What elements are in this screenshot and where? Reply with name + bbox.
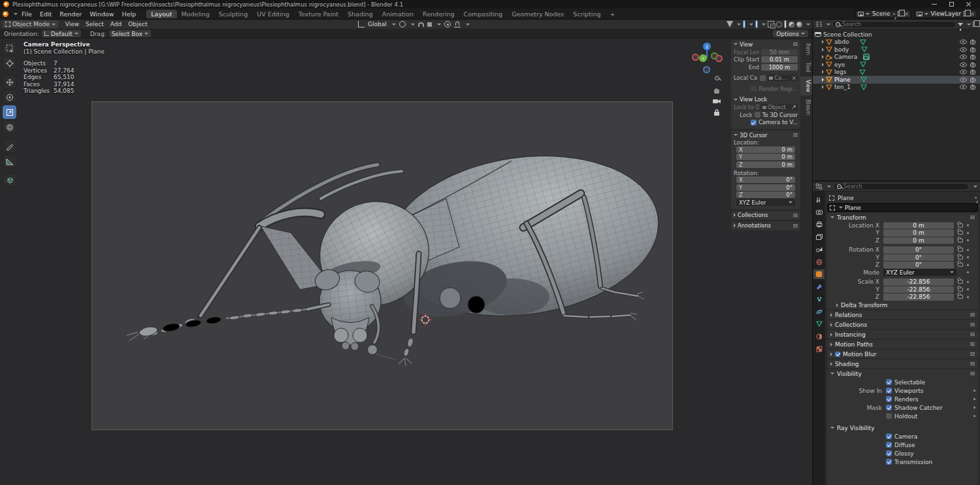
tool-measure[interactable] xyxy=(3,154,16,168)
properties-search[interactable] xyxy=(834,183,969,190)
new-collection-icon[interactable] xyxy=(973,22,977,27)
disable-render-icon[interactable] xyxy=(970,54,977,59)
row-camera[interactable]: Camera xyxy=(813,54,980,61)
panel-relations[interactable]: Relations xyxy=(827,310,978,319)
transform-orientation-value[interactable]: Global xyxy=(368,21,387,27)
tab-scripting[interactable]: Scripting xyxy=(568,10,605,18)
shading-dropdown[interactable] xyxy=(806,24,810,25)
animate-dot[interactable] xyxy=(967,224,969,226)
panel-motion-paths[interactable]: Motion Paths xyxy=(827,340,978,348)
scene-selector[interactable]: Scene xyxy=(855,10,911,18)
hide-eye-icon[interactable] xyxy=(960,69,967,75)
menu-file[interactable]: File xyxy=(18,10,36,18)
remove-viewlayer-icon[interactable] xyxy=(970,12,975,16)
lock-to-object-field[interactable]: Object xyxy=(761,104,798,110)
tab-material-props[interactable] xyxy=(813,331,825,341)
disable-render-icon[interactable] xyxy=(970,69,977,75)
tab-rendering[interactable]: Rendering xyxy=(418,10,459,18)
minimize-button[interactable] xyxy=(926,0,943,8)
snap-magnet-icon[interactable] xyxy=(418,22,424,27)
add-workspace-button[interactable]: + xyxy=(606,10,620,18)
cursor-loc-y[interactable]: Y0 m xyxy=(736,154,795,160)
model-beetle[interactable] xyxy=(92,102,672,429)
row-body[interactable]: body xyxy=(813,46,980,54)
drag-dropdown[interactable]: Select Box xyxy=(109,30,151,37)
clip-start-field[interactable]: 0.01 m xyxy=(761,56,798,63)
pivot-point-icon[interactable] xyxy=(399,21,406,27)
shading-rendered-button[interactable] xyxy=(796,22,802,27)
properties-editor-icon[interactable] xyxy=(815,183,823,190)
axis-y-ball[interactable]: Y xyxy=(699,54,707,62)
ray-transmission-checkbox[interactable] xyxy=(886,459,892,465)
panel-menu-icon[interactable] xyxy=(793,42,798,43)
shading-wireframe-button[interactable] xyxy=(776,22,782,27)
tool-select-box[interactable] xyxy=(3,41,16,55)
tab-layout[interactable]: Layout xyxy=(146,10,176,18)
tab-geometry-nodes[interactable]: Geometry Nodes xyxy=(507,10,568,18)
options-button[interactable]: Options xyxy=(773,30,808,37)
disable-render-icon[interactable] xyxy=(970,84,977,90)
tab-tool-props[interactable] xyxy=(813,195,825,205)
hide-eye-icon[interactable] xyxy=(960,77,967,82)
properties-options-dropdown[interactable] xyxy=(973,186,977,188)
show-overlays-toggle[interactable] xyxy=(755,20,758,28)
perspective-lock-icon[interactable] xyxy=(711,107,722,118)
to-3d-cursor-checkbox[interactable] xyxy=(755,112,760,118)
panel-motion-blur[interactable]: Motion Blur xyxy=(827,350,978,358)
tab-item[interactable]: Item xyxy=(800,40,812,58)
tab-texture-paint[interactable]: Texture Paint xyxy=(294,10,343,18)
row-ten-1[interactable]: ten_1 xyxy=(813,84,980,92)
panel-collections-props[interactable]: Collections xyxy=(827,320,978,329)
orientation-dropdown[interactable]: Default xyxy=(42,30,81,37)
panel-shading[interactable]: Shading xyxy=(827,360,978,368)
tab-object-props[interactable] xyxy=(813,269,825,279)
holdout-checkbox[interactable] xyxy=(886,413,892,419)
tab-shading[interactable]: Shading xyxy=(343,10,378,18)
maximize-button[interactable] xyxy=(943,0,960,8)
menu-window[interactable]: Window xyxy=(86,10,118,18)
viewports-checkbox[interactable] xyxy=(886,388,892,393)
cursor-euler-dropdown[interactable]: XYZ Euler xyxy=(736,199,795,206)
tool-move[interactable] xyxy=(3,75,16,89)
viewlayer-selector[interactable]: ViewLayer xyxy=(914,10,977,18)
tab-sculpting[interactable]: Sculpting xyxy=(214,10,252,18)
unlink-scene-icon[interactable] xyxy=(904,12,909,16)
tool-add-primitive[interactable] xyxy=(3,173,16,187)
transform-orientation-icon[interactable] xyxy=(358,21,365,27)
pin-icon[interactable] xyxy=(893,13,895,15)
camera-view-icon[interactable] xyxy=(711,96,722,107)
proportional-editing-icon[interactable] xyxy=(444,21,451,27)
blender-menu-icon[interactable] xyxy=(3,11,8,17)
focal-length-field[interactable]: 50 mm xyxy=(761,49,798,56)
hide-eye-icon[interactable] xyxy=(960,62,967,67)
cursor-rot-z[interactable]: Z0° xyxy=(736,192,795,198)
tab-animation[interactable]: Animation xyxy=(378,10,418,18)
tab-tool[interactable]: Tool xyxy=(800,59,812,76)
tab-uv-editing[interactable]: UV Editing xyxy=(252,10,294,18)
filter-icon[interactable] xyxy=(958,23,963,26)
zoom-icon[interactable] xyxy=(711,73,722,83)
snap-target-icon[interactable] xyxy=(427,22,432,27)
menu-help[interactable]: Help xyxy=(118,10,140,18)
menu-edit[interactable]: Edit xyxy=(36,10,56,18)
ray-diffuse-checkbox[interactable] xyxy=(886,442,892,448)
tool-rotate[interactable] xyxy=(3,90,16,104)
axis-z-ball[interactable]: Z xyxy=(703,42,711,50)
tab-compositing[interactable]: Compositing xyxy=(459,10,508,18)
xray-toggle[interactable] xyxy=(768,21,774,27)
breadcrumb-object[interactable]: Plane xyxy=(838,195,854,201)
local-camera-field[interactable]: Ca... xyxy=(768,75,798,81)
object-type-visibility-icon[interactable] xyxy=(727,21,733,27)
hide-eye-icon[interactable] xyxy=(960,84,967,90)
tab-modifier-props[interactable] xyxy=(813,282,825,292)
tab-world-props[interactable] xyxy=(813,257,825,267)
new-viewlayer-icon[interactable] xyxy=(964,11,968,16)
close-button[interactable] xyxy=(960,0,977,8)
scene-name[interactable]: Scene xyxy=(872,10,890,17)
menu-render[interactable]: Render xyxy=(56,10,86,18)
shadow-catcher-checkbox[interactable] xyxy=(886,405,892,410)
renders-checkbox[interactable] xyxy=(886,396,892,402)
tool-cursor[interactable] xyxy=(3,56,16,70)
tab-object-data-props[interactable] xyxy=(813,319,825,329)
display-mode-icon[interactable] xyxy=(815,21,823,27)
